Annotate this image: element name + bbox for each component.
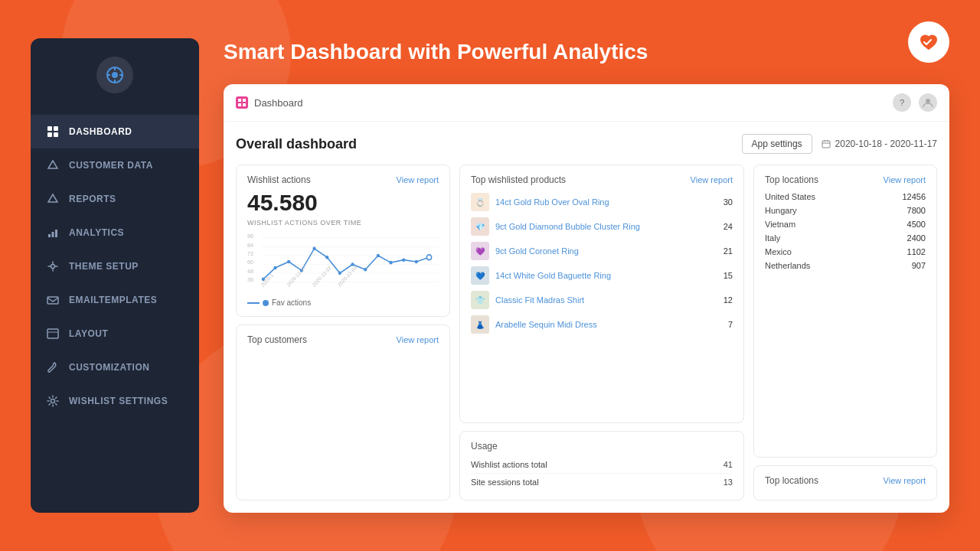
dashboard-body: Overall dashboard App settings 2020-10-1… (224, 122, 949, 513)
content-area: Smart Dashboard with Powerful Analytics … (199, 38, 949, 513)
location-item-4: Italy 2400 (765, 231, 926, 245)
wishlist-actions-header: Wishlist actions View report (247, 174, 439, 185)
svg-point-45 (312, 247, 315, 251)
sidebar-item-layout[interactable]: LAYOUT (31, 317, 199, 350)
dashboard-title-icon (236, 96, 248, 109)
svg-text:72: 72 (247, 250, 253, 257)
sidebar-item-reports[interactable]: REPORTS (31, 182, 199, 216)
location-item-6: Netherlands 907 (765, 259, 926, 272)
top-wishlisted-label: Top wishlisted products (471, 174, 566, 185)
location-count-4: 2400 (907, 233, 926, 243)
date-range-text: 2020-10-18 - 2020-11-17 (835, 139, 937, 149)
location-item-2: Hungary 7800 (765, 204, 926, 217)
metrics-row: Wishlist actions View report 45.580 WISH… (236, 165, 937, 500)
svg-rect-22 (238, 103, 241, 106)
logo-icon (908, 21, 949, 63)
usage-label-2: Site sessions total (471, 478, 539, 487)
wishlist-actions-value: 45.580 (247, 190, 439, 216)
svg-rect-13 (52, 232, 54, 237)
svg-text:84: 84 (247, 242, 254, 249)
usage-label-1: Wishlist actions total (471, 460, 547, 469)
page-title: Smart Dashboard with Powerful Analytics (224, 38, 949, 66)
wrench-icon (46, 360, 60, 374)
user-avatar[interactable] (919, 93, 937, 112)
sidebar-customization-label: CUSTOMIZATION (69, 362, 149, 373)
sidebar-analytics-label: ANALYTICS (69, 227, 124, 238)
sidebar-nav: DASHBOARD CUSTOMER DATA REPORTS (31, 109, 199, 513)
sidebar-item-analytics[interactable]: ANALYTICS (31, 216, 199, 249)
product-name-6[interactable]: Arabelle Sequin Midi Dress (495, 320, 722, 329)
overall-title: Overall dashboard (236, 136, 357, 152)
product-icon-1: 💍 (471, 193, 489, 211)
wishlist-actions-view-report[interactable]: View report (397, 175, 439, 184)
svg-point-47 (338, 272, 341, 276)
usage-widget: Usage Wishlist actions total 41 Site ses… (459, 431, 744, 500)
top-wishlisted-header: Top wishlisted products View report (471, 174, 733, 185)
product-icon-4: 💙 (471, 266, 489, 285)
top-locations-label: Top locations (765, 174, 818, 185)
wishlist-chart-label: WISHLIST ACTIONS OVER TIME (247, 219, 439, 227)
svg-point-53 (415, 260, 418, 264)
svg-rect-9 (54, 132, 58, 137)
product-count-1: 30 (724, 197, 733, 207)
svg-text:36: 36 (247, 276, 253, 283)
sidebar-item-wishlist-settings[interactable]: WISHLIST SETTINGS (31, 384, 199, 418)
list-item: 👗 Arabelle Sequin Midi Dress 7 (471, 312, 733, 337)
col-mid: Top wishlisted products View report 💍 14… (459, 165, 744, 500)
theme-setup-icon (46, 259, 60, 273)
sidebar-item-customer-data[interactable]: CUSTOMER DATA (31, 148, 199, 182)
top-locations-2-header: Top locations View report (765, 475, 926, 486)
overall-actions: App settings 2020-10-18 - 2020-11-17 (742, 134, 937, 154)
location-count-3: 4500 (907, 220, 926, 229)
sidebar-item-theme-setup[interactable]: THEME SETUP (31, 249, 199, 283)
location-name-1: United States (765, 192, 815, 201)
date-range: 2020-10-18 - 2020-11-17 (822, 139, 937, 149)
list-item: 👕 Classic Fit Madras Shirt 12 (471, 288, 733, 312)
product-name-2[interactable]: 9ct Gold Diamond Bubble Cluster Ring (495, 222, 717, 231)
usage-label: Usage (471, 441, 498, 452)
product-name-3[interactable]: 9ct Gold Coronet Ring (495, 246, 717, 256)
chart-legend: Fav actions (247, 298, 439, 307)
sidebar-item-email-templates[interactable]: EMAILTEMPLATES (31, 283, 199, 317)
svg-rect-21 (243, 99, 246, 102)
usage-rows: Wishlist actions total 41 Site sessions … (471, 456, 733, 491)
location-item-5: Mexico 1102 (765, 245, 926, 259)
top-locations-header: Top locations View report (765, 174, 926, 185)
product-count-5: 12 (724, 295, 733, 305)
sidebar-item-dashboard[interactable]: DASHBOARD (31, 115, 199, 148)
svg-text:2020-11-17: 2020-11-17 (286, 265, 307, 288)
top-locations-2-view-report[interactable]: View report (884, 476, 926, 485)
usage-row-1: Wishlist actions total 41 (471, 456, 733, 474)
dashboard-header-actions: ? (893, 93, 937, 112)
location-name-3: Vietnam (765, 220, 795, 229)
sidebar-layout-label: LAYOUT (69, 328, 108, 339)
help-icon[interactable]: ? (893, 93, 911, 112)
svg-rect-12 (48, 234, 51, 237)
top-locations-view-report[interactable]: View report (884, 175, 926, 184)
product-list: 💍 14ct Gold Rub Over Oval Ring 30 💎 9ct … (471, 190, 733, 337)
top-wishlisted-view-report[interactable]: View report (691, 175, 733, 184)
list-item: 💍 14ct Gold Rub Over Oval Ring 30 (471, 190, 733, 214)
top-customers-label: Top customers (247, 334, 307, 345)
overall-header: Overall dashboard App settings 2020-10-1… (236, 134, 937, 154)
top-customers-header: Top customers View report (247, 334, 439, 345)
svg-point-1 (112, 72, 118, 78)
sidebar-item-customization[interactable]: CUSTOMIZATION (31, 350, 199, 384)
legend-dot (263, 300, 269, 306)
svg-rect-16 (47, 297, 58, 304)
svg-point-52 (402, 259, 405, 262)
layout-icon (46, 327, 60, 341)
svg-marker-11 (48, 194, 57, 202)
location-count-2: 7800 (907, 206, 926, 215)
svg-marker-10 (48, 161, 57, 168)
top-locations-2-label: Top locations (765, 475, 818, 486)
location-item-3: Vietnam 4500 (765, 217, 926, 231)
sidebar-email-templates-label: EMAILTEMPLATES (69, 295, 157, 305)
logo-area (908, 21, 949, 63)
top-customers-view-report[interactable]: View report (397, 335, 439, 344)
product-name-1[interactable]: 14ct Gold Rub Over Oval Ring (495, 197, 717, 207)
location-count-1: 12456 (902, 192, 926, 201)
product-name-5[interactable]: Classic Fit Madras Shirt (495, 295, 717, 305)
product-name-4[interactable]: 14ct White Gold Baguette Ring (495, 271, 717, 280)
app-settings-button[interactable]: App settings (742, 134, 812, 154)
